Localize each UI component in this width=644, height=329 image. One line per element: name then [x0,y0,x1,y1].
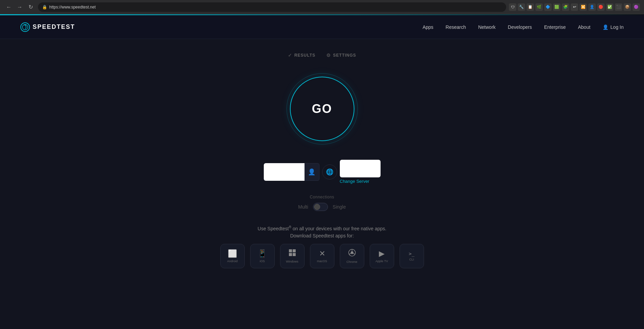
apple-tv-label: Apple TV [375,259,388,263]
windows-icon [289,249,296,258]
nav-link-enterprise[interactable]: Enterprise [544,24,566,30]
svg-rect-3 [289,253,292,256]
person-icon: 👤 [308,168,315,176]
connections-label: Connections [310,195,334,199]
svg-line-8 [353,253,355,254]
main-nav: Apps Research Network Developers Enterpr… [423,24,624,30]
tab-results[interactable]: ✓ RESULTS [288,53,315,58]
svg-rect-2 [293,249,296,252]
ext-10[interactable]: 👤 [588,3,596,11]
macos-label: macOS [317,259,327,263]
app-icon-chrome[interactable]: Chrome [340,244,364,268]
nav-link-developers[interactable]: Developers [508,24,532,30]
ext-15[interactable]: 🟣 [632,3,640,11]
windows-label: Windows [286,260,298,263]
ext-14[interactable]: 📦 [624,3,631,11]
chrome-label: Chrome [346,260,357,264]
apple-tv-icon: ▶ [379,249,385,258]
svg-point-6 [351,251,353,254]
single-label: Single [333,204,346,210]
cli-label: CLI [409,258,414,261]
toggle-knob [314,204,320,210]
ios-label: iOS [260,259,265,263]
globe-button[interactable]: 🌐 [322,164,337,179]
back-button[interactable]: ← [4,2,14,12]
app-icon-cli[interactable]: >_ CLI [400,244,424,268]
app-icon-apple-tv[interactable]: ▶ Apple TV [370,244,394,268]
nav-link-research[interactable]: Research [446,24,466,30]
main-content: ✓ RESULTS ⚙ SETTINGS GO 👤 � [0,39,644,278]
svg-rect-4 [293,253,296,256]
address-bar-container: 🔒 https://www.speedtest.net [38,2,506,12]
svg-line-9 [349,253,351,254]
connection-toggle-switch[interactable] [313,203,328,211]
site-header: SPEEDTEST Apps Research Network Develope… [0,15,644,39]
ios-icon: 📱 [258,249,267,258]
server-right: Change Server [340,160,381,184]
android-tablet-label: Android [227,259,238,263]
isp-left: 👤 [264,163,319,181]
ext-3[interactable]: 📋 [527,3,534,11]
ext-2[interactable]: 🔧 [518,3,525,11]
ext-8[interactable]: ↩ [571,3,578,11]
settings-label: SETTINGS [333,53,356,58]
app-promo-text: Use Speedtest® on all your devices with … [258,225,386,232]
ext-9[interactable]: 🔀 [579,3,587,11]
macos-icon: ✕ [319,249,325,258]
results-icon: ✓ [288,53,292,58]
settings-icon: ⚙ [326,53,331,58]
cli-icon: >_ [409,251,415,256]
svg-rect-1 [289,249,292,252]
logo[interactable]: SPEEDTEST [20,22,75,32]
server-logo-box [340,160,381,177]
app-promo-download: Download Speedtest apps for: [290,233,354,238]
browser-chrome: ← → ↻ 🔒 https://www.speedtest.net 🛡 🔧 📋 … [0,0,644,14]
app-icon-android-tablet[interactable]: ⬜ Android [220,244,245,268]
browser-nav-buttons: ← → ↻ [4,2,35,12]
ext-11[interactable]: 🔴 [597,3,605,11]
refresh-button[interactable]: ↻ [26,2,35,12]
isp-row: 👤 🌐 Change Server [264,160,381,184]
ext-13[interactable]: ⬛ [615,3,622,11]
login-button[interactable]: 👤 Log In [603,24,624,30]
logo-text: SPEEDTEST [33,23,75,31]
isp-person-button[interactable]: 👤 [305,163,319,181]
lock-icon: 🔒 [42,5,47,9]
browser-extensions: 🛡 🔧 📋 🌿 🔷 🟩 🧩 ↩ 🔀 👤 🔴 ✅ ⬛ 📦 🟣 [509,3,640,11]
chrome-icon [348,249,356,259]
ext-12[interactable]: ✅ [606,3,613,11]
app-icon-ios[interactable]: 📱 iOS [250,244,275,268]
url-text: https://www.speedtest.net [49,5,96,9]
ext-1[interactable]: 🛡 [509,3,516,11]
nav-link-about[interactable]: About [578,24,590,30]
isp-logo-box [264,163,305,181]
globe-icon: 🌐 [326,168,333,176]
android-tablet-icon: ⬜ [228,249,237,258]
ext-5[interactable]: 🔷 [544,3,552,11]
multi-label: Multi [298,204,308,210]
ext-7[interactable]: 🧩 [562,3,569,11]
app-icons-row: ⬜ Android 📱 iOS [220,244,424,268]
app-icon-windows[interactable]: Windows [280,244,305,268]
connections-toggle: Multi Single [298,203,346,211]
nav-link-apps[interactable]: Apps [423,24,434,30]
app-promo: Use Speedtest® on all your devices with … [220,225,424,268]
person-icon: 👤 [603,24,608,30]
change-server-link[interactable]: Change Server [340,179,369,184]
results-label: RESULTS [294,53,315,58]
site-wrapper: SPEEDTEST Apps Research Network Develope… [0,15,644,329]
go-label: GO [312,102,332,116]
tab-bar: ✓ RESULTS ⚙ SETTINGS [288,53,356,58]
app-icon-macos[interactable]: ✕ macOS [310,244,334,268]
go-button-container: GO [285,72,360,146]
tab-settings[interactable]: ⚙ SETTINGS [326,53,356,58]
ext-4[interactable]: 🌿 [535,3,543,11]
ext-6[interactable]: 🟩 [553,3,560,11]
nav-link-network[interactable]: Network [478,24,495,30]
logo-icon [20,22,30,32]
address-bar[interactable]: 🔒 https://www.speedtest.net [38,2,506,12]
go-button[interactable]: GO [290,77,354,141]
connections-section: Connections Multi Single [298,195,346,211]
forward-button[interactable]: → [15,2,24,12]
login-label: Log In [610,24,624,30]
